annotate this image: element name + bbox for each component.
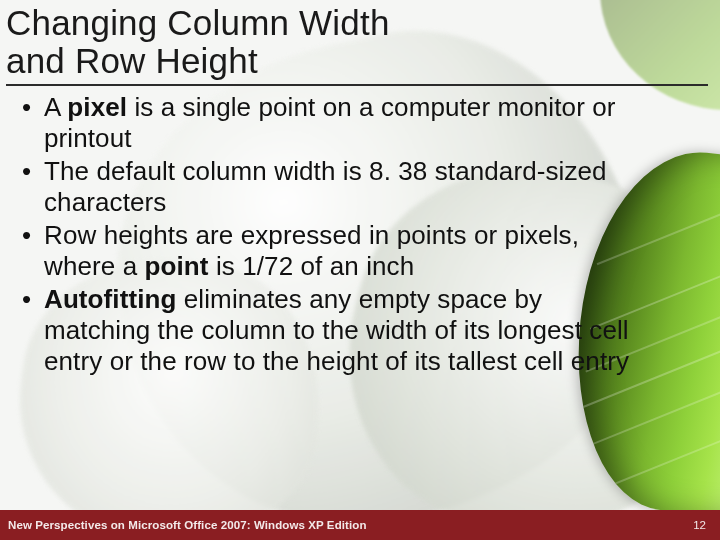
bullet-text-post: is a single point on a computer monitor … bbox=[44, 92, 616, 153]
slide-title: Changing Column Width and Row Height bbox=[6, 4, 704, 80]
list-item: Row heights are expressed in points or p… bbox=[14, 220, 654, 282]
slide-footer: New Perspectives on Microsoft Office 200… bbox=[0, 510, 720, 540]
title-underline bbox=[6, 84, 708, 86]
bullet-text-post: is 1/72 of an inch bbox=[209, 251, 415, 281]
slide: Changing Column Width and Row Height A p… bbox=[0, 0, 720, 540]
bullet-text-bold: point bbox=[145, 251, 209, 281]
bullet-text-bold: Autofitting bbox=[44, 284, 176, 314]
bullet-text-pre: The default column width is 8. 38 standa… bbox=[44, 156, 607, 217]
list-item: A pixel is a single point on a computer … bbox=[14, 92, 654, 154]
slide-body: A pixel is a single point on a computer … bbox=[14, 92, 654, 378]
title-line-2: and Row Height bbox=[6, 41, 258, 80]
list-item: The default column width is 8. 38 standa… bbox=[14, 156, 654, 218]
list-item: Autofitting eliminates any empty space b… bbox=[14, 284, 654, 377]
bullet-text-pre: A bbox=[44, 92, 67, 122]
slide-title-block: Changing Column Width and Row Height bbox=[6, 4, 704, 86]
footer-source: New Perspectives on Microsoft Office 200… bbox=[8, 519, 367, 531]
bullet-list: A pixel is a single point on a computer … bbox=[14, 92, 654, 376]
bullet-text-bold: pixel bbox=[67, 92, 127, 122]
title-line-1: Changing Column Width bbox=[6, 3, 390, 42]
footer-page-number: 12 bbox=[693, 519, 706, 531]
